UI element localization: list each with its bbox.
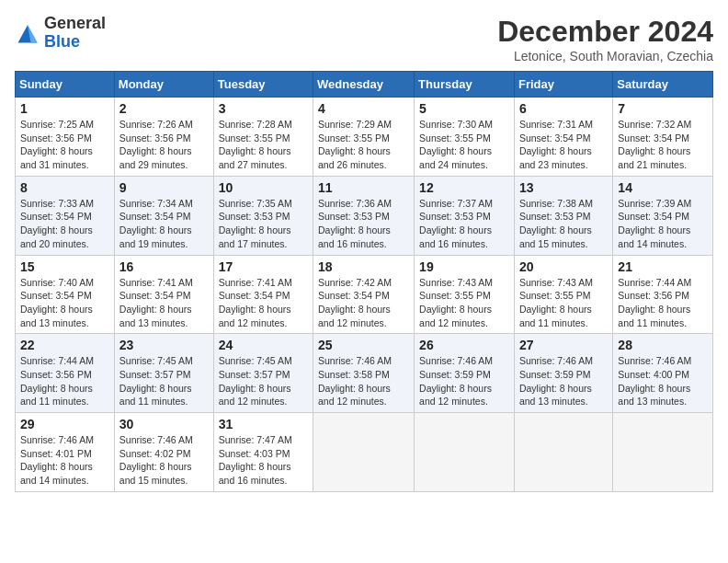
calendar-cell: 10Sunrise: 7:35 AM Sunset: 3:53 PM Dayli… [213,176,313,255]
day-number: 25 [318,338,409,352]
day-info: Sunrise: 7:47 AM Sunset: 4:03 PM Dayligh… [219,433,308,488]
day-number: 27 [519,338,608,352]
calendar-cell: 22Sunrise: 7:44 AM Sunset: 3:56 PM Dayli… [16,334,115,413]
day-number: 14 [618,180,708,195]
logo-blue: Blue [44,32,80,51]
calendar-week-4: 22Sunrise: 7:44 AM Sunset: 3:56 PM Dayli… [16,334,713,413]
title-block: December 2024 Letonice, South Moravian, … [497,15,713,63]
day-number: 30 [119,417,209,431]
calendar: SundayMondayTuesdayWednesdayThursdayFrid… [15,71,713,492]
calendar-cell: 5Sunrise: 7:30 AM Sunset: 3:55 PM Daylig… [415,98,515,177]
day-number: 11 [318,180,409,195]
calendar-cell: 28Sunrise: 7:46 AM Sunset: 4:00 PM Dayli… [613,334,713,413]
calendar-cell: 2Sunrise: 7:26 AM Sunset: 3:56 PM Daylig… [114,98,213,177]
calendar-cell: 13Sunrise: 7:38 AM Sunset: 3:53 PM Dayli… [514,176,612,255]
calendar-cell: 31Sunrise: 7:47 AM Sunset: 4:03 PM Dayli… [213,413,313,492]
page-header: General Blue December 2024 Letonice, Sou… [15,15,713,63]
day-number: 4 [318,101,409,116]
day-number: 17 [219,259,308,274]
logo-text: General Blue [44,15,106,52]
day-number: 2 [119,101,209,116]
day-number: 29 [20,417,109,431]
day-info: Sunrise: 7:46 AM Sunset: 4:01 PM Dayligh… [20,433,109,488]
day-number: 3 [219,101,308,116]
day-number: 16 [119,259,209,274]
day-number: 9 [119,180,209,195]
day-number: 13 [519,180,608,195]
day-number: 1 [20,101,109,116]
day-info: Sunrise: 7:34 AM Sunset: 3:54 PM Dayligh… [119,197,209,251]
weekday-header-monday: Monday [114,72,213,98]
weekday-header-sunday: Sunday [16,72,115,98]
day-info: Sunrise: 7:39 AM Sunset: 3:54 PM Dayligh… [618,197,708,251]
day-info: Sunrise: 7:33 AM Sunset: 3:54 PM Dayligh… [20,197,109,251]
weekday-header-friday: Friday [514,72,612,98]
day-info: Sunrise: 7:40 AM Sunset: 3:54 PM Dayligh… [20,276,109,330]
weekday-header-tuesday: Tuesday [213,72,313,98]
day-number: 21 [618,259,708,274]
calendar-cell: 11Sunrise: 7:36 AM Sunset: 3:53 PM Dayli… [313,176,415,255]
day-info: Sunrise: 7:31 AM Sunset: 3:54 PM Dayligh… [519,118,608,172]
calendar-cell: 4Sunrise: 7:29 AM Sunset: 3:55 PM Daylig… [313,98,415,177]
day-number: 28 [618,338,708,352]
day-info: Sunrise: 7:41 AM Sunset: 3:54 PM Dayligh… [119,276,209,330]
calendar-cell: 19Sunrise: 7:43 AM Sunset: 3:55 PM Dayli… [415,255,515,334]
day-info: Sunrise: 7:46 AM Sunset: 3:58 PM Dayligh… [318,354,409,408]
day-info: Sunrise: 7:28 AM Sunset: 3:55 PM Dayligh… [219,118,308,172]
calendar-cell: 25Sunrise: 7:46 AM Sunset: 3:58 PM Dayli… [313,334,415,413]
calendar-cell [613,413,713,492]
calendar-cell: 15Sunrise: 7:40 AM Sunset: 3:54 PM Dayli… [16,255,115,334]
logo-general: General [44,14,106,32]
day-info: Sunrise: 7:25 AM Sunset: 3:56 PM Dayligh… [20,118,109,172]
day-info: Sunrise: 7:45 AM Sunset: 3:57 PM Dayligh… [119,354,209,408]
calendar-week-3: 15Sunrise: 7:40 AM Sunset: 3:54 PM Dayli… [16,255,713,334]
calendar-cell [415,413,515,492]
day-number: 6 [519,101,608,116]
day-number: 24 [219,338,308,352]
logo-icon [15,20,40,46]
calendar-cell: 20Sunrise: 7:43 AM Sunset: 3:55 PM Dayli… [514,255,612,334]
day-info: Sunrise: 7:45 AM Sunset: 3:57 PM Dayligh… [219,354,308,408]
calendar-cell: 18Sunrise: 7:42 AM Sunset: 3:54 PM Dayli… [313,255,415,334]
calendar-cell: 26Sunrise: 7:46 AM Sunset: 3:59 PM Dayli… [415,334,515,413]
logo: General Blue [15,15,106,52]
day-number: 5 [419,101,509,116]
calendar-cell: 29Sunrise: 7:46 AM Sunset: 4:01 PM Dayli… [16,413,115,492]
day-info: Sunrise: 7:42 AM Sunset: 3:54 PM Dayligh… [318,276,409,330]
calendar-week-5: 29Sunrise: 7:46 AM Sunset: 4:01 PM Dayli… [16,413,713,492]
calendar-cell: 14Sunrise: 7:39 AM Sunset: 3:54 PM Dayli… [613,176,713,255]
calendar-cell [313,413,415,492]
calendar-header-row: SundayMondayTuesdayWednesdayThursdayFrid… [16,72,713,98]
calendar-cell: 9Sunrise: 7:34 AM Sunset: 3:54 PM Daylig… [114,176,213,255]
calendar-week-1: 1Sunrise: 7:25 AM Sunset: 3:56 PM Daylig… [16,98,713,177]
weekday-header-saturday: Saturday [613,72,713,98]
calendar-cell: 3Sunrise: 7:28 AM Sunset: 3:55 PM Daylig… [213,98,313,177]
day-info: Sunrise: 7:46 AM Sunset: 4:02 PM Dayligh… [119,433,209,488]
day-info: Sunrise: 7:43 AM Sunset: 3:55 PM Dayligh… [419,276,509,330]
calendar-cell: 12Sunrise: 7:37 AM Sunset: 3:53 PM Dayli… [415,176,515,255]
location: Letonice, South Moravian, Czechia [497,49,713,63]
day-number: 20 [519,259,608,274]
day-number: 8 [20,180,109,195]
day-info: Sunrise: 7:44 AM Sunset: 3:56 PM Dayligh… [618,276,708,330]
day-number: 7 [618,101,708,116]
calendar-cell: 8Sunrise: 7:33 AM Sunset: 3:54 PM Daylig… [16,176,115,255]
calendar-week-2: 8Sunrise: 7:33 AM Sunset: 3:54 PM Daylig… [16,176,713,255]
day-number: 10 [219,180,308,195]
day-number: 31 [219,417,308,431]
day-number: 12 [419,180,509,195]
day-info: Sunrise: 7:32 AM Sunset: 3:54 PM Dayligh… [618,118,708,172]
day-info: Sunrise: 7:37 AM Sunset: 3:53 PM Dayligh… [419,197,509,251]
calendar-cell: 16Sunrise: 7:41 AM Sunset: 3:54 PM Dayli… [114,255,213,334]
day-info: Sunrise: 7:38 AM Sunset: 3:53 PM Dayligh… [519,197,608,251]
day-info: Sunrise: 7:35 AM Sunset: 3:53 PM Dayligh… [219,197,308,251]
day-number: 26 [419,338,509,352]
day-info: Sunrise: 7:29 AM Sunset: 3:55 PM Dayligh… [318,118,409,172]
calendar-cell: 1Sunrise: 7:25 AM Sunset: 3:56 PM Daylig… [16,98,115,177]
day-number: 18 [318,259,409,274]
calendar-cell: 24Sunrise: 7:45 AM Sunset: 3:57 PM Dayli… [213,334,313,413]
weekday-header-thursday: Thursday [415,72,515,98]
day-info: Sunrise: 7:46 AM Sunset: 3:59 PM Dayligh… [519,354,608,408]
calendar-cell: 30Sunrise: 7:46 AM Sunset: 4:02 PM Dayli… [114,413,213,492]
month-title: December 2024 [497,15,713,49]
